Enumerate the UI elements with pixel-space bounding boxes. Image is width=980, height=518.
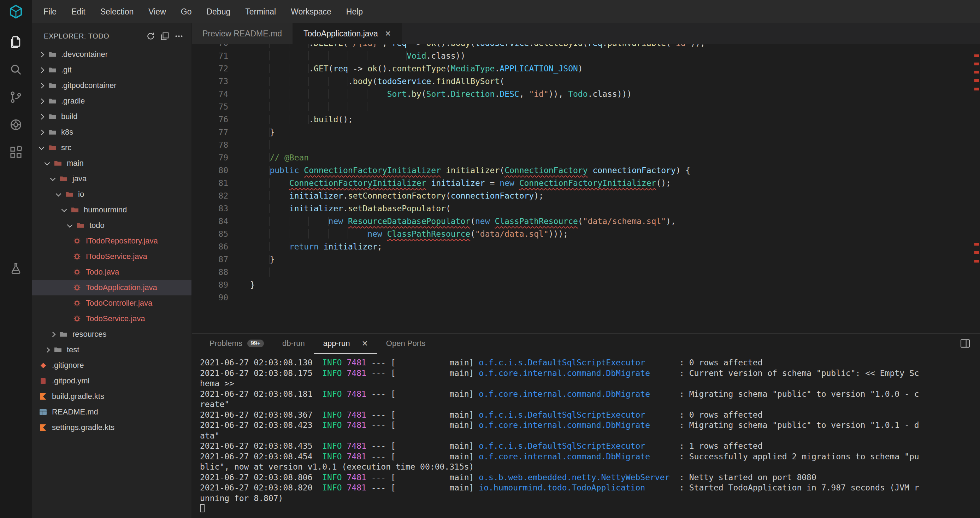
menu-terminal[interactable]: Terminal [238, 0, 283, 23]
code-line-84: 84 new ResourceDatabasePopulator(new Cla… [192, 215, 980, 228]
menu-items: FileEditSelectionViewGoDebugTerminalWork… [32, 0, 370, 23]
line-number: 89 [192, 279, 228, 291]
terminal-line: hema >> [200, 378, 980, 389]
terminal-line: blic", now at version v1.0.1 (execution … [200, 462, 980, 472]
collapse-all-icon[interactable] [158, 29, 172, 43]
tree-item-build.gradle.kts[interactable]: build.gradle.kts [32, 389, 191, 404]
tree-item-.devcontainer[interactable]: .devcontainer [32, 47, 191, 62]
code-line-90: 90 [192, 291, 980, 304]
code-line-89: 89} [192, 279, 980, 291]
tree-item-.gitpod.yml[interactable]: .gitpod.yml [32, 373, 191, 389]
line-number: 73 [192, 75, 228, 88]
menu-edit[interactable]: Edit [64, 0, 93, 23]
close-icon[interactable]: × [362, 338, 368, 348]
terminal-line: 2021-06-27 02:03:08.367 INFO 7481 --- [ … [200, 410, 980, 421]
chevron-icon [39, 129, 45, 135]
tab-todoapplication.java[interactable]: TodoApplication.java× [293, 23, 402, 44]
code-line-77: 77 } [192, 126, 980, 139]
tree-item-ITodoService.java[interactable]: ITodoService.java [32, 249, 191, 264]
panel-tab-open-ports[interactable]: Open Ports [377, 333, 434, 354]
line-number: 72 [192, 62, 228, 75]
terminal-line: 2021-06-27 02:03:08.454 INFO 7481 --- [ … [200, 451, 980, 462]
tree-item-.gitpodcontainer[interactable]: .gitpodcontainer [32, 78, 191, 93]
folder-icon [48, 143, 57, 152]
code-area: 70 .DELETE("/{id}", req -> ok().body(tod… [192, 44, 980, 304]
tree-item-label: build [61, 112, 77, 121]
terminal-line: ata" [200, 431, 980, 441]
menu-file[interactable]: File [36, 0, 64, 23]
tree-item-Todo.java[interactable]: Todo.java [32, 264, 191, 280]
menu-debug[interactable]: Debug [199, 0, 238, 23]
menu-workspace[interactable]: Workspace [283, 0, 339, 23]
panel-tab-problems[interactable]: Problems99+ [200, 333, 273, 354]
file-tree: .devcontainer.git.gitpodcontainer.gradle… [32, 45, 191, 518]
menu-view[interactable]: View [141, 0, 173, 23]
code-line-79: 79 // @Bean [192, 151, 980, 164]
tree-item-label: .gitpod.yml [52, 376, 89, 386]
tree-item-ITodoRepository.java[interactable]: ITodoRepository.java [32, 233, 191, 249]
terminal-line: 2021-06-27 02:03:08.806 INFO 7481 --- [ … [200, 472, 980, 483]
gitpod-logo[interactable] [0, 0, 32, 23]
explorer-icon[interactable] [0, 28, 32, 56]
tree-item-test[interactable]: test [32, 342, 191, 358]
tree-item-label: .gradle [61, 96, 85, 106]
terminal-cursor [200, 504, 205, 512]
line-number: 87 [192, 253, 228, 266]
tree-item-README.md[interactable]: README.md [32, 404, 191, 420]
tree-item-todo[interactable]: todo [32, 218, 191, 233]
panel-tabs: Problems99+db-runapp-run×Open Ports [192, 333, 980, 354]
folder-icon [48, 112, 57, 121]
tree-item-src[interactable]: src [32, 140, 191, 155]
tab-preview-readme.md[interactable]: Preview README.md [192, 23, 293, 44]
code-editor[interactable]: 70 .DELETE("/{id}", req -> ok().body(tod… [192, 44, 980, 333]
test-flask-icon[interactable] [0, 255, 32, 283]
tree-item-label: io [78, 190, 84, 199]
tree-item-label: test [67, 345, 79, 354]
terminal-output[interactable]: 2021-06-27 02:03:08.130 INFO 7481 --- [ … [192, 354, 980, 518]
debug-icon[interactable] [0, 111, 32, 139]
tree-item-humourmind[interactable]: humourmind [32, 202, 191, 218]
tree-item-TodoApplication.java[interactable]: TodoApplication.java [32, 280, 191, 295]
tree-item-java[interactable]: java [32, 171, 191, 186]
code-line-71: 71 Void.class)) [192, 49, 980, 62]
tree-item-label: ITodoService.java [86, 252, 147, 261]
tree-item-main[interactable]: main [32, 155, 191, 171]
tree-item-io[interactable]: io [32, 186, 191, 202]
tree-item-.gitignore[interactable]: .gitignore [32, 358, 191, 373]
panel-tab-app-run[interactable]: app-run× [314, 333, 377, 354]
tree-item-TodoService.java[interactable]: TodoService.java [32, 311, 191, 327]
tree-item-resources[interactable]: resources [32, 327, 191, 342]
folder-icon [59, 330, 68, 338]
menu-selection[interactable]: Selection [93, 0, 141, 23]
panel-tab-label: Problems [210, 339, 242, 348]
activity-bar [0, 23, 32, 518]
code-line-83: 83 initializer.setDatabasePopulator( [192, 202, 980, 215]
tree-item-.gradle[interactable]: .gradle [32, 93, 191, 109]
refresh-icon[interactable] [143, 29, 158, 43]
more-actions-icon[interactable] [172, 29, 186, 43]
search-icon[interactable] [0, 56, 32, 83]
cube-logo-icon [8, 4, 24, 19]
tree-item-TodoController.java[interactable]: TodoController.java [32, 295, 191, 311]
menu-help[interactable]: Help [339, 0, 370, 23]
tree-item-.git[interactable]: .git [32, 62, 191, 78]
tree-item-settings.gradle.kts[interactable]: settings.gradle.kts [32, 420, 191, 435]
close-icon[interactable]: × [385, 29, 391, 38]
terminal-line: 2021-06-27 02:03:08.181 INFO 7481 --- [ … [200, 389, 980, 400]
terminal-line [200, 504, 980, 514]
bottom-panel: Problems99+db-runapp-run×Open Ports 2021… [192, 333, 980, 518]
source-control-icon[interactable] [0, 83, 32, 111]
tree-item-build[interactable]: build [32, 109, 191, 124]
panel-layout-icon[interactable] [959, 338, 971, 351]
chevron-icon [39, 67, 45, 73]
panel-tab-db-run[interactable]: db-run [273, 333, 314, 354]
extensions-icon[interactable] [0, 139, 32, 166]
menu-go[interactable]: Go [173, 0, 199, 23]
folder-icon [59, 175, 68, 183]
tree-item-label: build.gradle.kts [52, 392, 104, 401]
kotlin-icon [39, 423, 47, 432]
code-line-78: 78 [192, 139, 980, 151]
code-line-86: 86 return initializer; [192, 240, 980, 253]
folder-icon [54, 159, 62, 167]
tree-item-k8s[interactable]: k8s [32, 124, 191, 140]
